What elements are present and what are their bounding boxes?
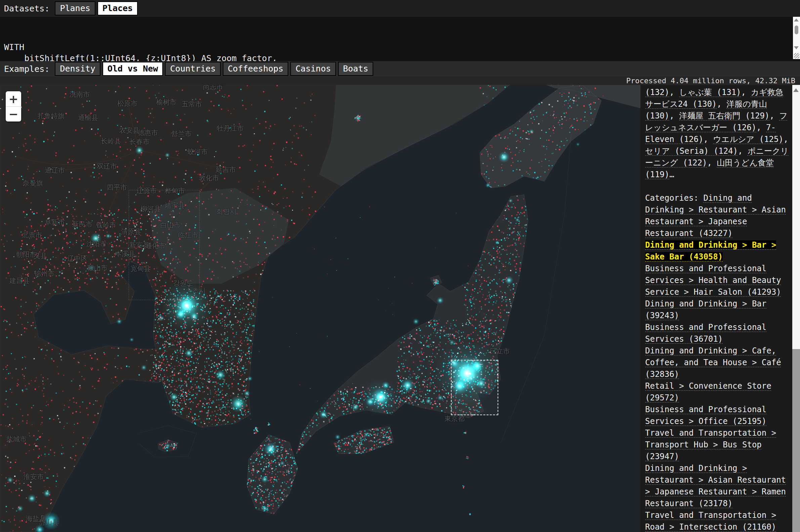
example-button-old-vs-new[interactable]: Old vs New <box>103 62 163 76</box>
editor-scrollbar-thumb[interactable] <box>795 25 798 34</box>
example-button-density[interactable]: Density <box>55 62 100 76</box>
examples-bar: Examples: DensityOld vs NewCountriesCoff… <box>0 61 800 77</box>
map-viewport[interactable]: 洮南市松原市榆树市五常市尚志市扎鲁特旗通榆县农安县德惠市舒兰市长岭县长春市蛟河市… <box>0 85 640 532</box>
example-button-casinos[interactable]: Casinos <box>290 62 336 76</box>
category-link[interactable]: Business and Professional Services > Off… <box>645 405 766 426</box>
brand-name-link[interactable]: しゃぶ葉 (131) <box>679 88 741 97</box>
map-canvas[interactable] <box>0 85 640 532</box>
map-selection-box <box>451 360 498 415</box>
category-link[interactable]: Dining and Drinking > Bar (39243) <box>645 299 766 320</box>
example-button-coffeeshops[interactable]: Coffeeshops <box>223 62 289 76</box>
example-button-countries[interactable]: Countries <box>165 62 220 76</box>
categories-label: Categories: <box>645 193 703 203</box>
scroll-down-icon[interactable] <box>794 46 799 49</box>
brand-name-link[interactable]: ウエルシア (125) <box>713 135 784 144</box>
categories-list: Categories: Dining and Drinking > Restau… <box>645 192 789 532</box>
page-scrollbar[interactable] <box>792 85 800 532</box>
examples-label: Examples: <box>4 64 49 74</box>
zoom-in-button[interactable]: + <box>6 91 21 107</box>
page-scrollbar-thumb[interactable] <box>792 349 800 532</box>
sql-editor[interactable]: WITH bitShiftLeft(1::UInt64, {z:UInt8}) … <box>0 17 800 61</box>
dataset-button-places[interactable]: Places <box>97 1 138 16</box>
brand-name-link[interactable]: セリア (Seria) (124) <box>645 146 738 156</box>
datasets-bar: Datasets: PlanesPlaces <box>0 0 800 17</box>
example-button-group: DensityOld vs NewCountriesCoffeeshopsCas… <box>55 62 375 76</box>
scroll-up-icon[interactable] <box>793 88 799 92</box>
datasets-label: Datasets: <box>4 4 49 14</box>
scroll-up-icon[interactable] <box>794 18 799 21</box>
category-link[interactable]: Business and Professional Services (3670… <box>645 323 766 344</box>
top-names-list: (132), しゃぶ葉 (131), カギ救急サービス24 (130), 洋服の… <box>645 87 789 180</box>
category-link[interactable]: Dining and Drinking > Restaurant > Asian… <box>645 463 786 508</box>
category-link[interactable]: Travel and Transportation > Road > Inter… <box>645 511 776 532</box>
zoom-out-button[interactable]: − <box>6 107 21 121</box>
sql-code: WITH bitShiftLeft(1::UInt64, {z:UInt8}) … <box>4 42 790 61</box>
resize-grip-icon[interactable] <box>793 51 800 59</box>
editor-scrollbar[interactable] <box>793 17 800 51</box>
category-link[interactable]: Dining and Drinking > Cafe, Coffee, and … <box>645 346 781 379</box>
dataset-button-group: PlanesPlaces <box>55 1 140 16</box>
query-status: Processed 4.04 million rows, 42.32 MiB <box>0 77 800 85</box>
example-button-boats[interactable]: Boats <box>338 62 373 76</box>
dataset-button-planes[interactable]: Planes <box>55 1 95 16</box>
results-sidebar: (132), しゃぶ葉 (131), カギ救急サービス24 (130), 洋服の… <box>640 85 792 532</box>
category-link[interactable]: Business and Professional Services > Hea… <box>645 264 781 297</box>
category-link[interactable]: Travel and Transportation > Transport Hu… <box>645 428 776 461</box>
category-link-highlighted[interactable]: Dining and Drinking > Bar > Sake Bar (43… <box>645 240 776 262</box>
brand-name-link[interactable]: 洋麺屋 五右衛門 (129) <box>679 111 769 120</box>
map-zoom-control: + − <box>6 91 21 121</box>
category-link[interactable]: Retail > Convenience Store (29572) <box>645 381 771 402</box>
tile-boundary-box <box>129 190 200 300</box>
brand-name-link[interactable]: (132) <box>645 88 669 97</box>
